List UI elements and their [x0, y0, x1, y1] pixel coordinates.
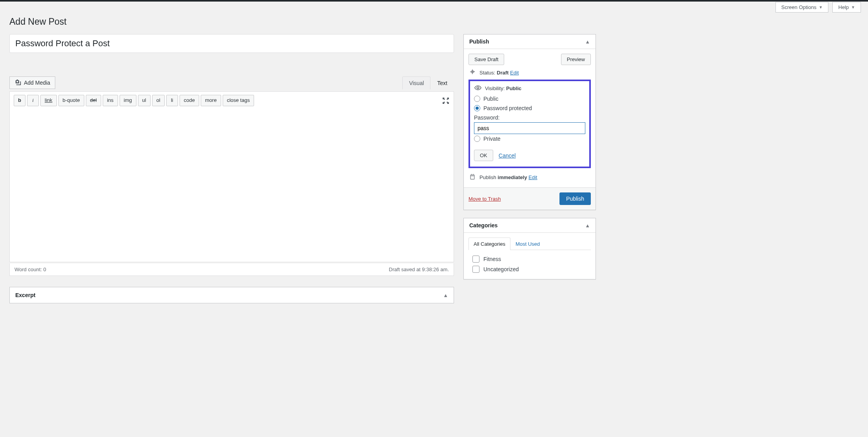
qt-img[interactable]: img	[120, 95, 136, 106]
radio-private-label: Private	[483, 136, 501, 142]
password-label: Password:	[474, 114, 585, 121]
qt-ins[interactable]: ins	[103, 95, 118, 106]
qt-code[interactable]: code	[180, 95, 199, 106]
publish-button[interactable]: Publish	[559, 192, 591, 205]
chevron-down-icon: ▼	[851, 5, 855, 9]
qt-more[interactable]: more	[201, 95, 221, 106]
svg-point-0	[477, 87, 479, 89]
visibility-ok-button[interactable]: OK	[474, 150, 493, 161]
qt-link[interactable]: link	[40, 95, 57, 106]
category-checkbox-fitness[interactable]	[472, 256, 479, 263]
qt-ul[interactable]: ul	[138, 95, 151, 106]
chevron-up-icon[interactable]: ▲	[443, 292, 448, 298]
page-title: Add New Post	[9, 16, 596, 27]
save-draft-button[interactable]: Save Draft	[469, 54, 504, 65]
radio-private[interactable]	[474, 136, 480, 142]
visibility-cancel-link[interactable]: Cancel	[499, 152, 516, 159]
category-label: Fitness	[483, 256, 501, 262]
qt-bold[interactable]: b	[14, 95, 25, 106]
screen-options-label: Screen Options	[781, 4, 817, 10]
fullscreen-icon[interactable]	[442, 97, 450, 105]
tab-text[interactable]: Text	[430, 76, 454, 89]
post-title-input[interactable]	[9, 34, 454, 53]
edit-status-link[interactable]: Edit	[510, 70, 519, 76]
radio-password-protected[interactable]	[474, 105, 480, 111]
tab-all-categories[interactable]: All Categories	[469, 238, 510, 250]
qt-ol[interactable]: ol	[152, 95, 165, 106]
qt-italic[interactable]: i	[27, 95, 39, 106]
publish-title: Publish	[469, 38, 489, 45]
add-media-button[interactable]: Add Media	[9, 76, 55, 89]
categories-title: Categories	[469, 222, 498, 228]
category-item: Fitness	[470, 254, 589, 264]
eye-icon	[474, 84, 482, 92]
category-item: Uncategorized	[470, 264, 589, 274]
move-to-trash-link[interactable]: Move to Trash	[469, 196, 501, 202]
radio-public[interactable]	[474, 96, 480, 102]
visibility-value: Public	[506, 85, 521, 91]
screen-options-button[interactable]: Screen Options ▼	[775, 2, 829, 13]
calendar-icon	[469, 174, 476, 181]
password-input[interactable]	[474, 122, 585, 134]
qt-li[interactable]: li	[166, 95, 178, 106]
pin-icon	[469, 69, 476, 76]
category-label: Uncategorized	[483, 266, 519, 272]
tab-visual[interactable]: Visual	[402, 76, 430, 89]
qt-bquote[interactable]: b-quote	[58, 95, 84, 106]
help-button[interactable]: Help ▼	[832, 2, 861, 13]
add-media-label: Add Media	[24, 80, 50, 86]
edit-publish-date-link[interactable]: Edit	[528, 174, 537, 180]
qt-del[interactable]: del	[86, 95, 101, 106]
excerpt-title: Excerpt	[15, 292, 35, 298]
status-label: Status:	[479, 70, 495, 76]
status-value: Draft	[497, 70, 508, 76]
qt-close-tags[interactable]: close tags	[223, 95, 254, 106]
post-content-editor[interactable]	[9, 109, 454, 262]
publish-date-label: Publish	[479, 174, 496, 180]
draft-saved: Draft saved at 9:38:26 am.	[389, 267, 449, 272]
help-label: Help	[838, 4, 849, 10]
word-count: Word count: 0	[15, 267, 46, 272]
radio-public-label: Public	[483, 96, 498, 102]
category-checkbox-uncategorized[interactable]	[472, 266, 479, 273]
preview-button[interactable]: Preview	[561, 54, 591, 65]
publish-date-value: immediately	[498, 174, 527, 180]
tab-most-used[interactable]: Most Used	[510, 238, 545, 250]
media-icon	[15, 79, 22, 86]
radio-password-label: Password protected	[483, 105, 532, 111]
chevron-up-icon[interactable]: ▲	[585, 223, 590, 228]
visibility-label: Visibility:	[485, 85, 505, 91]
chevron-up-icon[interactable]: ▲	[585, 39, 590, 45]
chevron-down-icon: ▼	[819, 5, 823, 9]
